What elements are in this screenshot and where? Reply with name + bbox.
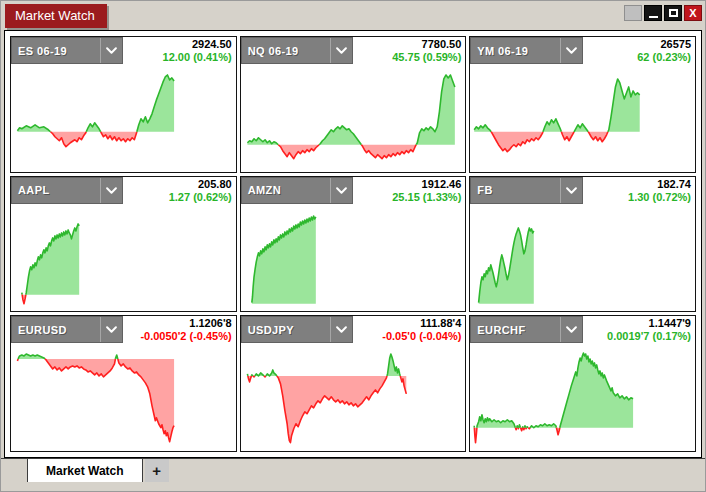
quote-values: 111.88'4 -0.05'0 (-0.04%) — [353, 316, 465, 343]
price-change: 1.30 (0.72%) — [628, 191, 691, 204]
symbol-label: YM 06-19 — [471, 45, 559, 57]
symbol-label: ES 06-19 — [12, 45, 100, 57]
symbol-dropdown[interactable]: AMZN — [241, 177, 353, 204]
window-controls: X — [624, 5, 702, 21]
sparkline-chart — [11, 64, 236, 172]
quote-panel-header: AAPL 205.80 1.27 (0.62%) — [11, 177, 236, 204]
price-change: 1.27 (0.62%) — [169, 191, 232, 204]
symbol-label: EURCHF — [471, 324, 559, 336]
quote-values: 182.74 1.30 (0.72%) — [583, 177, 695, 204]
last-price: 1.1206'8 — [189, 317, 231, 330]
quote-panel-usdjpy: USDJPY 111.88'4 -0.05'0 (-0.04%) — [240, 315, 467, 452]
quote-panel-ym-06-19: YM 06-19 26575 62 (0.23%) — [469, 36, 696, 173]
quote-panel-header: FB 182.74 1.30 (0.72%) — [470, 177, 695, 204]
sparkline-chart — [11, 343, 236, 451]
market-watch-content: ES 06-19 2924.50 12.00 (0.41%) NQ 06-19 — [4, 30, 702, 458]
last-price: 1.1447'9 — [649, 317, 691, 330]
quote-panel-header: ES 06-19 2924.50 12.00 (0.41%) — [11, 37, 236, 64]
window-title: Market Watch — [5, 4, 107, 28]
quote-panel-eurusd: EURUSD 1.1206'8 -0.0050'2 (-0.45%) — [10, 315, 237, 452]
symbol-dropdown[interactable]: AAPL — [11, 177, 123, 204]
sparkline-chart — [470, 64, 695, 172]
price-change: 62 (0.23%) — [637, 51, 691, 64]
quote-values: 205.80 1.27 (0.62%) — [123, 177, 235, 204]
quote-panel-header: EURUSD 1.1206'8 -0.0050'2 (-0.45%) — [11, 316, 236, 343]
close-button[interactable]: X — [684, 5, 702, 21]
symbol-dropdown[interactable]: ES 06-19 — [11, 37, 123, 64]
price-change: 12.00 (0.41%) — [163, 51, 232, 64]
symbol-label: USDJPY — [242, 324, 330, 336]
chevron-down-icon[interactable] — [101, 187, 122, 194]
quote-values: 1.1447'9 0.0019'7 (0.17%) — [583, 316, 695, 343]
symbol-dropdown[interactable]: EURUSD — [11, 316, 123, 343]
symbol-dropdown[interactable]: EURCHF — [470, 316, 582, 343]
symbol-label: AMZN — [242, 184, 330, 196]
quote-panel-header: NQ 06-19 7780.50 45.75 (0.59%) — [241, 37, 466, 64]
quote-values: 26575 62 (0.23%) — [583, 37, 695, 64]
sparkline-chart — [470, 343, 695, 451]
titlebar[interactable]: Market Watch X — [1, 1, 705, 30]
price-change: 45.75 (0.59%) — [392, 51, 461, 64]
quote-grid: ES 06-19 2924.50 12.00 (0.41%) NQ 06-19 — [10, 36, 696, 452]
chevron-down-icon[interactable] — [561, 326, 582, 333]
last-price: 182.74 — [657, 178, 691, 191]
price-change: 0.0019'7 (0.17%) — [607, 330, 691, 343]
sparkline-chart — [470, 204, 695, 312]
minimize-button[interactable] — [644, 5, 662, 21]
symbol-dropdown[interactable]: YM 06-19 — [470, 37, 582, 64]
quote-values: 1912.46 25.15 (1.33%) — [353, 177, 465, 204]
quote-panel-fb: FB 182.74 1.30 (0.72%) — [469, 176, 696, 313]
quote-panel-header: USDJPY 111.88'4 -0.05'0 (-0.04%) — [241, 316, 466, 343]
chevron-down-icon[interactable] — [331, 47, 352, 54]
price-change: -0.05'0 (-0.04%) — [382, 330, 461, 343]
quote-panel-eurchf: EURCHF 1.1447'9 0.0019'7 (0.17%) — [469, 315, 696, 452]
last-price: 111.88'4 — [420, 317, 461, 330]
quote-panel-header: AMZN 1912.46 25.15 (1.33%) — [241, 177, 466, 204]
sparkline-chart — [241, 64, 466, 172]
symbol-label: NQ 06-19 — [242, 45, 330, 57]
last-price: 1912.46 — [422, 178, 462, 191]
last-price: 7780.50 — [422, 38, 462, 51]
chevron-down-icon[interactable] — [331, 187, 352, 194]
last-price: 26575 — [660, 38, 691, 51]
sparkline-chart — [241, 204, 466, 312]
maximize-icon — [669, 9, 678, 17]
quote-panel-es-06-19: ES 06-19 2924.50 12.00 (0.41%) — [10, 36, 237, 173]
symbol-label: AAPL — [12, 184, 100, 196]
quote-panel-header: EURCHF 1.1447'9 0.0019'7 (0.17%) — [470, 316, 695, 343]
last-price: 205.80 — [198, 178, 232, 191]
add-tab-button[interactable]: + — [145, 459, 169, 482]
quote-values: 1.1206'8 -0.0050'2 (-0.45%) — [123, 316, 235, 343]
chevron-down-icon[interactable] — [101, 47, 122, 54]
quote-panel-amzn: AMZN 1912.46 25.15 (1.33%) — [240, 176, 467, 313]
chevron-down-icon[interactable] — [101, 326, 122, 333]
sparkline-chart — [241, 343, 466, 451]
maximize-button[interactable] — [664, 5, 682, 21]
symbol-label: FB — [471, 184, 559, 196]
quote-values: 2924.50 12.00 (0.41%) — [123, 37, 235, 64]
chevron-down-icon[interactable] — [561, 187, 582, 194]
symbol-dropdown[interactable]: FB — [470, 177, 582, 204]
chevron-down-icon[interactable] — [561, 47, 582, 54]
quote-values: 7780.50 45.75 (0.59%) — [353, 37, 465, 64]
symbol-dropdown[interactable]: USDJPY — [241, 316, 353, 343]
tab-market-watch[interactable]: Market Watch — [27, 458, 143, 482]
minimize-icon — [649, 16, 658, 18]
quote-panel-aapl: AAPL 205.80 1.27 (0.62%) — [10, 176, 237, 313]
quote-panel-nq-06-19: NQ 06-19 7780.50 45.75 (0.59%) — [240, 36, 467, 173]
sparkline-chart — [11, 204, 236, 312]
tab-strip: Market Watch + — [1, 458, 705, 492]
market-watch-window: Market Watch X ES 06-19 — [0, 0, 706, 492]
window-extra-button[interactable] — [624, 5, 642, 21]
quote-panel-header: YM 06-19 26575 62 (0.23%) — [470, 37, 695, 64]
chevron-down-icon[interactable] — [331, 326, 352, 333]
close-icon: X — [689, 8, 696, 19]
last-price: 2924.50 — [192, 38, 232, 51]
symbol-dropdown[interactable]: NQ 06-19 — [241, 37, 353, 64]
price-change: 25.15 (1.33%) — [392, 191, 461, 204]
symbol-label: EURUSD — [12, 324, 100, 336]
price-change: -0.0050'2 (-0.45%) — [140, 330, 231, 343]
